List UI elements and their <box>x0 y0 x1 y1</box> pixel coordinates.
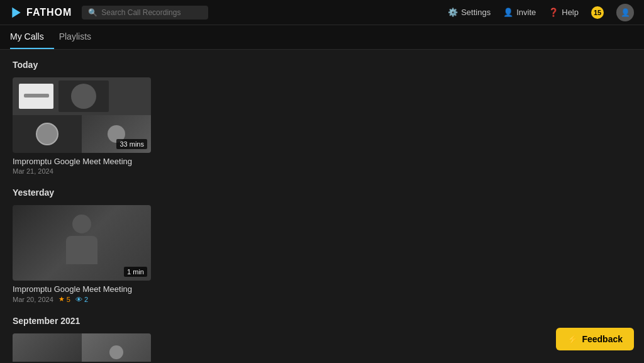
thumb-half-right <box>82 333 151 362</box>
call-card-today-1[interactable]: 33 mins Impromptu Google Meet Meeting Ma… <box>13 77 151 175</box>
views-count: 2 <box>84 296 88 303</box>
sept-calls-row <box>13 333 631 362</box>
logo[interactable]: FATHOM <box>10 6 72 19</box>
feedback-label: Feedback <box>582 334 623 344</box>
call-meta-today-1: Mar 21, 2024 <box>13 167 151 175</box>
app-name: FATHOM <box>26 7 72 18</box>
section-title-sept: September 2021 <box>13 316 631 326</box>
call-title-today-1: Impromptu Google Meet Meeting <box>13 157 151 166</box>
fathom-logo-icon <box>10 6 23 19</box>
views-icon: 👁 <box>75 296 82 303</box>
call-date-yest-1: Mar 20, 2024 <box>13 296 53 303</box>
call-meta-yest-1: Mar 20, 2024 ★ 5 👁 2 <box>13 295 151 303</box>
call-thumbnail-yest-1: 1 min <box>13 205 151 281</box>
settings-label: Settings <box>461 8 491 17</box>
call-card-sept-1[interactable] <box>13 333 151 362</box>
thumb-half-left <box>13 333 82 362</box>
feedback-icon: ⚡ <box>567 334 578 344</box>
person-silhouette <box>60 215 104 271</box>
call-card-yest-1[interactable]: 1 min Impromptu Google Meet Meeting Mar … <box>13 205 151 303</box>
notification-badge[interactable]: 15 <box>591 6 604 19</box>
notification-count: 15 <box>594 9 601 16</box>
search-input[interactable] <box>101 8 202 17</box>
duration-badge-today: 33 mins <box>116 139 147 149</box>
search-bar[interactable]: 🔍 <box>82 6 208 20</box>
webcam-avatar <box>36 123 58 145</box>
settings-icon: ⚙️ <box>448 8 458 17</box>
search-icon: 🔍 <box>88 8 97 17</box>
tab-playlists-label: Playlists <box>59 31 91 42</box>
call-date-today-1: Mar 21, 2024 <box>13 167 53 175</box>
section-title-today: Today <box>13 60 631 70</box>
call-thumbnail-today-1: 33 mins <box>13 77 151 153</box>
avatar[interactable]: 👤 <box>616 4 634 21</box>
thumb-webcam-left <box>13 115 82 153</box>
feedback-button[interactable]: ⚡ Feedback <box>556 328 634 350</box>
duration-badge-yest: 1 min <box>124 267 147 277</box>
stars-icon: ★ <box>58 295 65 303</box>
section-title-yesterday: Yesterday <box>13 187 631 198</box>
views-badge: 👁 2 <box>75 296 88 303</box>
settings-button[interactable]: ⚙️ Settings <box>448 8 491 17</box>
stars-badge: ★ 5 <box>58 295 70 303</box>
nav-tabs: My Calls Playlists <box>0 25 644 50</box>
call-thumbnail-sept-1 <box>13 333 151 362</box>
today-calls-row: 33 mins Impromptu Google Meet Meeting Ma… <box>13 77 631 175</box>
tab-my-calls-label: My Calls <box>10 31 44 42</box>
invite-icon: 👤 <box>503 8 513 17</box>
invite-button[interactable]: 👤 Invite <box>503 8 536 17</box>
help-label: Help <box>562 8 579 17</box>
help-icon: ❓ <box>548 8 558 17</box>
invite-label: Invite <box>516 8 536 17</box>
header-actions: ⚙️ Settings 👤 Invite ❓ Help 15 👤 <box>448 4 634 21</box>
tab-playlists[interactable]: Playlists <box>59 25 101 49</box>
help-button[interactable]: ❓ Help <box>548 8 579 17</box>
tab-my-calls[interactable]: My Calls <box>10 25 54 49</box>
stars-count: 5 <box>67 296 70 303</box>
yesterday-calls-row: 1 min Impromptu Google Meet Meeting Mar … <box>13 205 631 303</box>
thumb-top <box>13 77 151 115</box>
avatar-icon: 👤 <box>621 8 630 17</box>
silhouette-body <box>66 236 97 264</box>
silhouette-head <box>72 215 91 233</box>
main-content: Today <box>0 50 644 362</box>
call-title-yest-1: Impromptu Google Meet Meeting <box>13 284 151 294</box>
header: FATHOM 🔍 ⚙️ Settings 👤 Invite ❓ Help 15 … <box>0 0 644 25</box>
